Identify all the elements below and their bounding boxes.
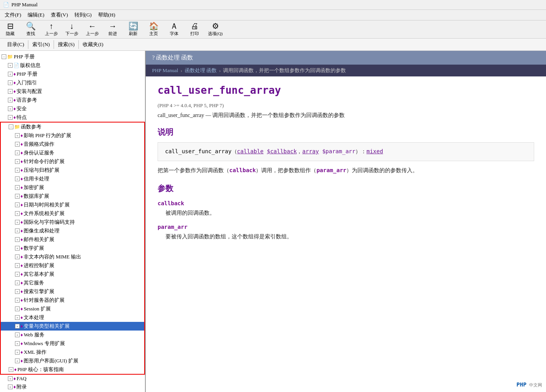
expand-btn-cmd-line[interactable]: + (15, 159, 20, 164)
expand-btn-faq[interactable]: + (8, 376, 13, 381)
sidebar-item-appendix[interactable]: +♦附录 (0, 383, 145, 391)
expand-btn-php-core[interactable]: + (9, 367, 13, 372)
sidebar-item-search-engine[interactable]: +♦搜索引擎扩展 (1, 287, 144, 296)
expand-btn-search-engine[interactable]: + (15, 289, 20, 294)
expand-btn-text[interactable]: + (15, 315, 20, 320)
menu-edit[interactable]: 编辑(E) (24, 11, 48, 19)
expand-btn-compress[interactable]: + (15, 168, 20, 173)
expand-btn-i18n[interactable]: + (15, 220, 20, 225)
sidebar-item-other-svc[interactable]: +♦其它服务 (1, 279, 144, 287)
expand-btn-appendix[interactable]: + (8, 385, 13, 389)
forward-button[interactable]: → 前进 (106, 22, 120, 37)
tab-index[interactable]: 索引(N) (28, 40, 54, 49)
expand-btn-version-info[interactable]: + (8, 63, 13, 68)
sidebar-item-image[interactable]: +♦图像生成和处理 (1, 227, 144, 235)
expand-btn-install-config[interactable]: + (8, 89, 13, 94)
expand-btn-intro-guide[interactable]: + (8, 80, 13, 85)
expand-btn-process[interactable]: + (15, 263, 20, 268)
menu-file[interactable]: 文件(F) (2, 11, 24, 19)
breadcrumb-link-home[interactable]: PHP Manual (152, 67, 178, 74)
menu-goto[interactable]: 转到(G) (71, 11, 95, 19)
sidebar-item-windows[interactable]: +♦Windows 专用扩展 (1, 339, 144, 348)
sidebar-item-other-basic[interactable]: +♦其它基本扩展 (1, 270, 144, 279)
prev-step-button[interactable]: ↑ 上一步 (44, 22, 58, 37)
sidebar-item-database[interactable]: +♦数据库扩展 (1, 192, 144, 201)
sidebar-item-php-manual[interactable]: +♦PHP 手册 (0, 70, 145, 78)
sidebar-item-filesystem[interactable]: +♦文件系统相关扩展 (1, 209, 144, 218)
refresh-button[interactable]: 🔄 刷新 (126, 22, 140, 37)
breadcrumb-link-section[interactable]: 函数处理 函数 (185, 67, 217, 74)
expand-btn-auth[interactable]: + (15, 150, 20, 155)
font-button[interactable]: Ａ 字体 (167, 22, 181, 37)
expand-btn-func-ref[interactable]: − (9, 124, 13, 129)
sidebar-item-datetime[interactable]: +♦日期与时间相关扩展 (1, 201, 144, 209)
find-button[interactable]: 🔍 查找 (24, 22, 38, 37)
sidebar-item-auth[interactable]: +♦身份认证服务 (1, 149, 144, 157)
expand-btn-web-svc[interactable]: + (15, 333, 20, 337)
sidebar-item-security[interactable]: +♦安全 (0, 104, 145, 113)
sidebar-item-creditcard[interactable]: +♦信用卡处理 (1, 175, 144, 183)
hide-button[interactable]: ⊟ 隐藏 (3, 22, 17, 37)
expand-btn-var-type[interactable]: + (15, 324, 20, 329)
expand-btn-php-manual[interactable]: + (8, 72, 13, 76)
expand-btn-gui[interactable]: + (15, 359, 20, 363)
expand-btn-affect-php[interactable]: + (15, 133, 20, 138)
sidebar-item-php-core[interactable]: +♦PHP 核心：骇客指南 (1, 365, 144, 374)
sidebar-item-var-type[interactable]: +♦变量与类型相关扩展 (1, 322, 144, 331)
expand-btn-mail[interactable]: + (15, 237, 20, 242)
sidebar-item-web-svc[interactable]: +♦Web 服务 (1, 331, 144, 339)
expand-btn-features[interactable]: + (8, 115, 13, 120)
expand-btn-php-manual-root[interactable]: − (2, 54, 6, 59)
tab-toc[interactable]: 目录(C) (3, 40, 28, 49)
sidebar-item-text[interactable]: +♦文本处理 (1, 313, 144, 322)
expand-btn-security[interactable]: + (8, 106, 13, 111)
print-button[interactable]: 🖨 打印 (188, 22, 202, 37)
sidebar-item-version-info[interactable]: +📄版权信息 (0, 61, 145, 70)
sidebar-item-crypto[interactable]: +♦加密扩展 (1, 183, 144, 192)
sidebar-item-non-text[interactable]: +♦非文本内容的 MIME 输出 (1, 253, 144, 261)
expand-btn-audio-format[interactable]: + (15, 142, 20, 147)
sidebar-item-features[interactable]: +♦特点 (0, 113, 145, 122)
tab-favorites[interactable]: 收藏夹(I) (79, 40, 107, 49)
expand-btn-creditcard[interactable]: + (15, 176, 20, 181)
expand-btn-database[interactable]: + (15, 194, 20, 199)
sidebar-item-compress[interactable]: +♦压缩与归档扩展 (1, 166, 144, 175)
sidebar-item-cmd-line[interactable]: +♦针对命令行的扩展 (1, 157, 144, 166)
menu-view[interactable]: 查看(V) (48, 11, 71, 19)
expand-btn-windows[interactable]: + (15, 341, 20, 346)
sidebar-item-gui[interactable]: +♦图形用户界面(GUI) 扩展 (1, 357, 144, 365)
expand-btn-image[interactable]: + (15, 229, 20, 233)
back-button[interactable]: ← 上一步 (85, 22, 99, 37)
expand-btn-other-basic[interactable]: + (15, 272, 20, 277)
sidebar-item-xml[interactable]: +♦XML 操作 (1, 348, 144, 357)
tab-search[interactable]: 搜索(S) (54, 40, 79, 49)
sidebar-item-audio-format[interactable]: +♦音频格式操作 (1, 140, 144, 149)
expand-btn-filesystem[interactable]: + (15, 211, 20, 216)
sidebar-item-math[interactable]: +♦数学扩展 (1, 244, 144, 253)
next-step-button[interactable]: ↓ 下一步 (65, 22, 79, 37)
home-button[interactable]: 🏠 主页 (147, 22, 161, 37)
expand-btn-lang-ref[interactable]: + (8, 98, 13, 102)
sidebar-item-server-ext[interactable]: +♦针对服务器的扩展 (1, 296, 144, 305)
sidebar-item-session[interactable]: +♦Session 扩展 (1, 305, 144, 313)
sidebar-item-lang-ref[interactable]: +♦语言参考 (0, 96, 145, 104)
sidebar-item-php-manual-root[interactable]: −📁PHP 手册 (0, 52, 145, 61)
sidebar-item-intro-guide[interactable]: +♦入门指引 (0, 78, 145, 87)
expand-btn-session[interactable]: + (15, 307, 20, 311)
expand-btn-xml[interactable]: + (15, 350, 20, 355)
expand-btn-math[interactable]: + (15, 246, 20, 251)
menu-help[interactable]: 帮助(H) (95, 11, 119, 19)
expand-btn-datetime[interactable]: + (15, 203, 20, 207)
expand-btn-other-svc[interactable]: + (15, 281, 20, 285)
sidebar-item-process[interactable]: +♦进程控制扩展 (1, 261, 144, 270)
sidebar-item-affect-php[interactable]: +♦影响 PHP 行为的扩展 (1, 131, 144, 140)
expand-btn-crypto[interactable]: + (15, 185, 20, 190)
sidebar-item-mail[interactable]: +♦邮件相关扩展 (1, 235, 144, 244)
sidebar-item-func-ref[interactable]: −📁函数参考 (1, 123, 144, 131)
sidebar-item-faq[interactable]: +♦FAQ (0, 375, 145, 383)
sidebar-item-install-config[interactable]: +♦安装与配置 (0, 87, 145, 96)
expand-btn-non-text[interactable]: + (15, 255, 20, 259)
expand-btn-server-ext[interactable]: + (15, 298, 20, 303)
options-button[interactable]: ⚙ 选项(Q) (208, 22, 223, 37)
sidebar-item-i18n[interactable]: +♦国际化与字符编码支持 (1, 218, 144, 227)
